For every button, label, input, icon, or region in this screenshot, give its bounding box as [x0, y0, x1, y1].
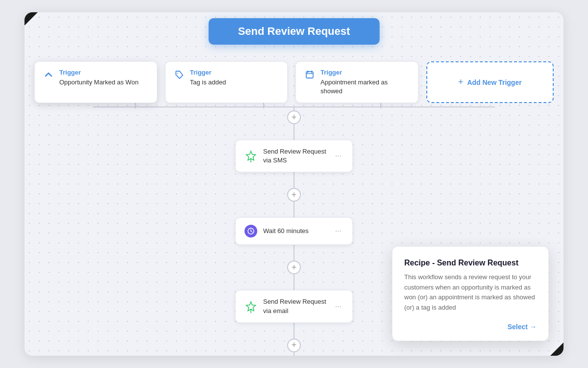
select-button[interactable]: Select → [508, 323, 537, 331]
trigger-won-label: Trigger [59, 69, 139, 76]
flow-line-6 [294, 323, 294, 339]
triggers-row: Trigger Opportunity Marked as Won Trigge… [34, 61, 554, 103]
trigger-tag-content: Trigger Tag is added [190, 69, 226, 87]
recipe-description: This workflow sends a review request to … [404, 272, 537, 313]
flow-line-3 [294, 202, 294, 217]
add-step-4[interactable]: + [287, 339, 301, 352]
trigger-appt-label: Trigger [320, 69, 410, 76]
flow-card-wait[interactable]: Wait 60 minutes ··· [235, 217, 353, 245]
flow-email-menu[interactable]: ··· [333, 301, 343, 312]
recipe-title: Recipe - Send Review Request [404, 259, 537, 267]
flow-line-1 [294, 124, 294, 140]
svg-rect-1 [306, 72, 313, 78]
trigger-appt-desc: Appointment marked as showed [320, 78, 410, 96]
flow-wait-text: Wait 60 minutes [263, 227, 327, 236]
add-trigger-card[interactable]: + Add New Trigger [426, 61, 554, 103]
workflow-title: Send Review Request [209, 18, 380, 45]
add-trigger-label: Add New Trigger [467, 79, 521, 86]
svg-line-9 [251, 231, 252, 232]
clock-icon [245, 225, 257, 237]
recipe-card: Recipe - Send Review Request This workfl… [392, 246, 549, 341]
workflow-canvas: Send Review Request Trigger Opportunity … [24, 12, 564, 356]
trigger-card-appointment[interactable]: Trigger Appointment marked as showed [295, 61, 418, 103]
add-step-2[interactable]: + [287, 188, 301, 202]
star-email-icon [245, 300, 257, 313]
flow-card-sms[interactable]: Send Review Request via SMS ··· [235, 140, 353, 172]
flow-line-4 [294, 245, 294, 261]
trigger-card-tag[interactable]: Trigger Tag is added [165, 61, 288, 103]
trigger-card-won[interactable]: Trigger Opportunity Marked as Won [34, 61, 157, 103]
flow-line-5 [294, 274, 294, 290]
add-step-1[interactable]: + [287, 110, 301, 124]
svg-point-0 [177, 73, 178, 74]
flow-sms-menu[interactable]: ··· [333, 151, 343, 161]
add-step-3[interactable]: + [287, 261, 301, 274]
flow-line-7 [294, 352, 294, 356]
trigger-won-desc: Opportunity Marked as Won [59, 78, 139, 87]
trigger-tag-desc: Tag is added [190, 78, 226, 87]
calendar-icon [304, 69, 316, 80]
trigger-appt-content: Trigger Appointment marked as showed [320, 69, 410, 96]
recipe-select-area: Select → [404, 323, 537, 331]
flow-line-2 [294, 172, 294, 188]
arrow-icon: → [530, 323, 537, 331]
flow-sms-text: Send Review Request via SMS [263, 147, 327, 165]
flow-container: + Send Review Request via SMS ··· + [235, 110, 353, 356]
select-label: Select [508, 323, 528, 331]
chevron-up-icon [43, 69, 54, 80]
trigger-tag-label: Trigger [190, 69, 226, 76]
flow-card-email[interactable]: Send Review Request via email ··· [235, 290, 353, 322]
flow-email-text: Send Review Request via email [263, 297, 327, 315]
trigger-won-content: Trigger Opportunity Marked as Won [59, 69, 139, 87]
star-sms-icon [245, 150, 257, 162]
flow-wait-menu[interactable]: ··· [333, 226, 343, 237]
plus-icon: + [458, 77, 464, 87]
tag-icon [173, 69, 185, 80]
